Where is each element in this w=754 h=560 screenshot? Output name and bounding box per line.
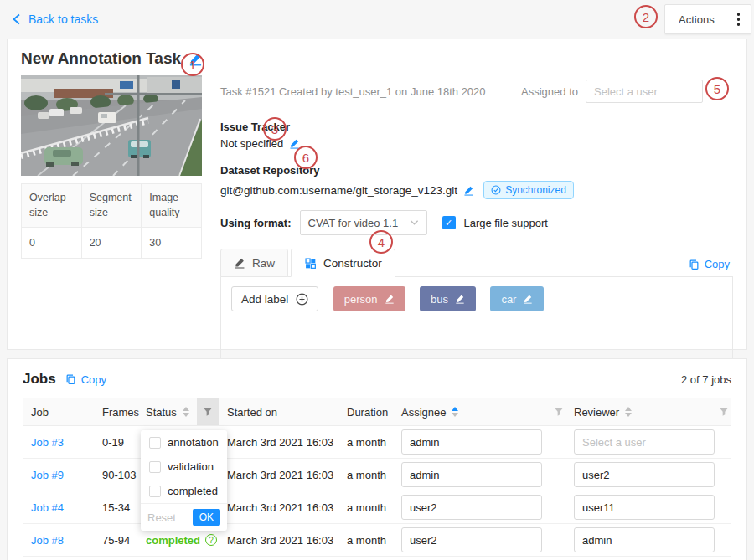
- tab-constructor[interactable]: Constructor: [291, 249, 395, 277]
- edit-label-icon[interactable]: [385, 294, 395, 304]
- sync-status-badge[interactable]: Synchronized: [483, 181, 574, 199]
- job-frames: 15-34: [94, 501, 137, 514]
- labels-tabs: Raw Constructor Copy: [220, 248, 733, 277]
- jobs-card: Jobs Copy 2 of 7 jobs Job Frames Status …: [7, 358, 747, 560]
- job-link[interactable]: Job #3: [31, 436, 64, 449]
- task-title: New Annotation Task: [21, 49, 181, 68]
- label-chip-car[interactable]: car: [490, 286, 544, 311]
- job-link[interactable]: Job #8: [31, 534, 64, 547]
- filter-option-annotation-label: annotation: [168, 436, 219, 449]
- job-row: Job #9 90-103 March 3rd 2021 16:03 a mon…: [23, 459, 731, 491]
- column-assignee-label: Assignee: [401, 406, 446, 419]
- job-assignee-input[interactable]: [401, 429, 542, 455]
- filter-ok-button[interactable]: OK: [193, 509, 220, 526]
- back-to-tasks-link[interactable]: Back to tasks: [12, 13, 98, 26]
- job-frames: 75-94: [94, 534, 137, 547]
- job-started: March 3rd 2021 16:03: [219, 501, 338, 514]
- job-duration: a month: [338, 534, 393, 547]
- label-chip-bus[interactable]: bus: [420, 286, 476, 311]
- add-label-button[interactable]: Add label: [231, 286, 318, 311]
- question-circle-icon[interactable]: ?: [205, 534, 217, 546]
- check-circle-icon: [491, 185, 501, 195]
- filter-funnel-icon: [719, 407, 729, 417]
- using-format-label: Using format:: [220, 217, 292, 229]
- issue-tracker-value: Not specified: [220, 137, 283, 150]
- filter-option-validation[interactable]: validation: [141, 455, 227, 479]
- checkbox-completed[interactable]: [149, 486, 161, 497]
- label-chip-person-name: person: [344, 293, 378, 306]
- status-filter-button[interactable]: [197, 398, 219, 425]
- status-filter-dropdown: annotation validation completed Reset OK: [141, 430, 227, 531]
- job-assignee-input[interactable]: [401, 462, 542, 487]
- filter-option-annotation[interactable]: annotation: [141, 430, 227, 455]
- column-status[interactable]: Status: [137, 406, 197, 419]
- task-parameters-table: Overlap size Segment size Image quality …: [21, 183, 202, 259]
- label-chip-person[interactable]: person: [333, 286, 405, 311]
- sort-status-icon[interactable]: [183, 407, 189, 417]
- reviewer-filter-button[interactable]: [715, 398, 731, 425]
- export-format-value: CVAT for video 1.1: [308, 217, 399, 229]
- column-reviewer[interactable]: Reviewer: [566, 406, 715, 419]
- param-header-quality: Image quality: [142, 184, 202, 228]
- job-started: March 3rd 2021 16:03: [219, 469, 338, 481]
- param-value-quality: 30: [142, 228, 202, 259]
- job-assignee-input[interactable]: [401, 527, 542, 552]
- task-preview-image: [21, 75, 202, 176]
- filter-option-completed[interactable]: completed: [141, 479, 227, 503]
- edit-label-icon[interactable]: [455, 294, 465, 304]
- label-chip-car-name: car: [501, 293, 516, 306]
- job-reviewer-input[interactable]: [574, 495, 715, 520]
- issue-tracker-label: Issue Tracker: [220, 121, 733, 133]
- job-reviewer-input[interactable]: [574, 429, 715, 455]
- sort-reviewer-icon[interactable]: [625, 407, 632, 417]
- jobs-copy-button[interactable]: Copy: [65, 373, 106, 386]
- jobs-copy-label: Copy: [81, 373, 106, 386]
- sort-assignee-icon[interactable]: [452, 407, 458, 417]
- build-icon: [304, 257, 317, 270]
- dataset-repository-url[interactable]: git@github.com:username/git_storage_v123…: [220, 184, 457, 197]
- assigned-to-input[interactable]: [586, 80, 703, 103]
- plus-circle-icon: [296, 293, 308, 306]
- job-link[interactable]: Job #9: [31, 469, 64, 481]
- edit-issue-tracker-icon[interactable]: [289, 138, 300, 149]
- jobs-table-header: Job Frames Status Started on Duration As…: [23, 398, 731, 426]
- label-chip-bus-name: bus: [431, 293, 448, 306]
- column-assignee[interactable]: Assignee: [393, 406, 552, 419]
- job-frames: 0-19: [94, 436, 137, 449]
- chevron-left-icon: [12, 13, 21, 25]
- assignee-filter-button[interactable]: [552, 398, 566, 425]
- job-duration: a month: [338, 469, 393, 481]
- param-value-overlap: 0: [22, 228, 82, 259]
- actions-button[interactable]: Actions: [664, 4, 751, 34]
- filter-reset-button[interactable]: Reset: [147, 511, 176, 524]
- task-meta-text: Task #1521 Created by test_user_1 on Jun…: [220, 85, 486, 98]
- export-format-select[interactable]: CVAT for video 1.1: [300, 210, 427, 235]
- large-file-support-checkbox[interactable]: ✓: [442, 216, 456, 229]
- job-duration: a month: [338, 501, 393, 514]
- edit-repository-icon[interactable]: [463, 185, 474, 196]
- checkbox-validation[interactable]: [149, 461, 161, 473]
- edit-task-name-icon[interactable]: [188, 52, 203, 66]
- param-value-segment: 20: [81, 228, 142, 259]
- checkbox-annotation[interactable]: [149, 437, 161, 449]
- tab-raw[interactable]: Raw: [220, 249, 288, 277]
- edit-label-icon[interactable]: [523, 294, 533, 304]
- job-reviewer-input[interactable]: [574, 462, 715, 487]
- job-link[interactable]: Job #4: [31, 501, 64, 514]
- chevron-down-icon: [410, 219, 419, 226]
- task-details-card: New Annotation Task: [7, 39, 747, 350]
- back-link-label: Back to tasks: [28, 13, 98, 26]
- job-started: March 3rd 2021 16:03: [219, 534, 338, 547]
- dataset-repository-label: Dataset Repository: [220, 164, 733, 177]
- job-reviewer-input[interactable]: [574, 527, 715, 552]
- job-duration: a month: [338, 436, 393, 449]
- column-reviewer-label: Reviewer: [574, 406, 619, 419]
- labels-copy-button[interactable]: Copy: [689, 258, 730, 270]
- column-frames: Frames: [94, 406, 137, 419]
- actions-button-label: Actions: [679, 13, 715, 26]
- filter-option-completed-label: completed: [168, 485, 218, 497]
- filter-option-validation-label: validation: [168, 460, 214, 473]
- tab-raw-label: Raw: [252, 257, 275, 270]
- job-assignee-input[interactable]: [401, 495, 542, 520]
- jobs-title: Jobs: [23, 371, 56, 388]
